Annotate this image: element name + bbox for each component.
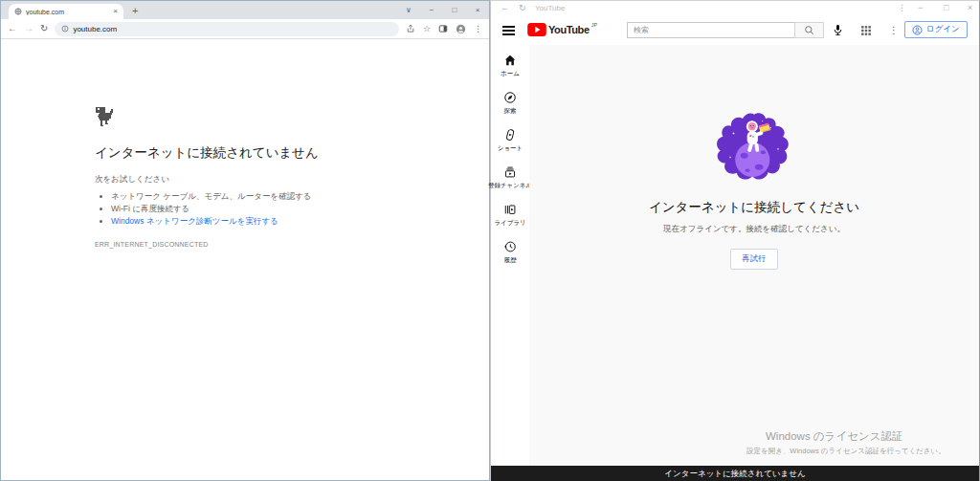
close-button[interactable]: ×: [466, 1, 489, 19]
tab-close-icon[interactable]: ×: [113, 8, 118, 15]
app-maximize-button[interactable]: □: [944, 1, 948, 15]
retry-button[interactable]: 再試行: [730, 249, 778, 270]
sidebar-item-label: ライブラリ: [494, 219, 525, 228]
home-icon: [503, 54, 517, 67]
mini-guide-sidebar: ホーム 探索 ショート: [491, 45, 529, 481]
error-heading: インターネットに接続されていません: [95, 144, 451, 162]
share-icon[interactable]: [406, 24, 415, 33]
compass-icon: [503, 91, 517, 104]
tab-title: youtube.com: [26, 9, 109, 15]
windows-activation-watermark: Windows のライセンス認証 設定を開き、Windows のライセンス認証を…: [746, 429, 946, 456]
sidebar-item-label: ショート: [498, 144, 523, 153]
youtube-masthead: YouTube JP ⋮: [491, 15, 979, 45]
youtube-app-window: ← ↻ YouTube ⋮ − □ × YouTube JP: [490, 0, 980, 481]
sidebar-item-subscriptions[interactable]: 登録チャンネル: [491, 165, 529, 203]
offline-heading: インターネットに接続してください: [649, 199, 859, 216]
browser-toolbar: ← → ↻ youtube.com ☆: [1, 19, 489, 39]
login-button[interactable]: ログイン: [904, 21, 968, 38]
side-panel-icon[interactable]: [438, 24, 448, 33]
astronaut-illustration: [713, 112, 795, 185]
sidebar-item-history[interactable]: 履歴: [491, 240, 529, 277]
reload-button[interactable]: ↻: [40, 24, 48, 33]
suggestion-item: Windows ネットワーク診断ツールを実行する: [111, 215, 451, 228]
maximize-button[interactable]: □: [443, 1, 466, 19]
app-back-icon[interactable]: ←: [501, 1, 509, 15]
tab-youtube[interactable]: youtube.com ×: [9, 4, 123, 19]
masthead-menu-icon[interactable]: ⋮: [889, 15, 899, 45]
sidebar-item-label: 履歴: [504, 256, 517, 265]
app-close-button[interactable]: ×: [968, 1, 972, 15]
browser-menu-icon[interactable]: ⋮: [474, 24, 482, 33]
sidebar-item-label: ホーム: [501, 70, 520, 78]
youtube-logo[interactable]: YouTube JP: [527, 23, 597, 36]
offline-message: 現在オフラインです。接続を確認してください。: [663, 224, 845, 235]
watermark-line1: Windows のライセンス認証: [766, 429, 946, 444]
tab-strip: youtube.com × + ∨ − □ ×: [1, 1, 489, 19]
search-icon: [804, 25, 814, 35]
app-title: YouTube: [535, 1, 565, 15]
search-input[interactable]: [627, 22, 794, 38]
shorts-icon: [503, 128, 517, 142]
login-person-icon: [912, 25, 923, 35]
error-suggestions-title: 次をお試しください: [95, 174, 451, 186]
youtube-region-code: JP: [591, 22, 597, 28]
dino-icon: [95, 107, 451, 129]
profile-avatar-icon[interactable]: [456, 24, 466, 34]
desktop: youtube.com × + ∨ − □ × ← → ↻ youtube.co…: [0, 0, 980, 481]
mic-icon[interactable]: [832, 24, 844, 36]
suggestion-item: ネットワーク ケーブル、モデム、ルーターを確認する: [111, 190, 451, 203]
subscriptions-icon: [503, 165, 517, 179]
globe-icon: [14, 8, 22, 15]
info-icon[interactable]: [61, 25, 69, 33]
app-minimize-button[interactable]: −: [918, 1, 923, 15]
forward-button[interactable]: →: [24, 24, 33, 33]
history-icon: [503, 240, 517, 253]
error-suggestions-list: ネットワーク ケーブル、モデム、ルーターを確認する Wi-Fi に再度接続する …: [111, 190, 451, 228]
login-label: ログイン: [926, 24, 960, 35]
youtube-body: ホーム 探索 ショート: [491, 45, 979, 481]
suggestion-item: Wi-Fi に再度接続する: [111, 203, 451, 215]
search-button[interactable]: [794, 22, 824, 38]
new-tab-button[interactable]: +: [132, 4, 138, 17]
youtube-play-icon: [527, 23, 546, 36]
watermark-line2: 設定を開き、Windows のライセンス認証を行ってください。: [746, 447, 946, 456]
sidebar-item-home[interactable]: ホーム: [491, 54, 529, 91]
offline-page: インターネットに接続してください 現在オフラインです。接続を確認してください。 …: [529, 45, 979, 481]
sidebar-item-label: 探索: [504, 107, 517, 116]
sidebar-item-label: 登録チャンネル: [488, 182, 532, 190]
app-titlebar: ← ↻ YouTube ⋮ − □ ×: [491, 1, 979, 15]
tab-search-chevron-icon[interactable]: ∨: [397, 1, 420, 19]
sidebar-item-explore[interactable]: 探索: [491, 91, 529, 128]
apps-grid-icon[interactable]: [860, 25, 872, 36]
minimize-button[interactable]: −: [420, 1, 443, 19]
bookmark-star-icon[interactable]: ☆: [423, 24, 431, 33]
offline-snackbar: インターネットに接続されていません: [491, 466, 979, 481]
back-button[interactable]: ←: [8, 24, 17, 33]
sidebar-item-library[interactable]: ライブラリ: [491, 203, 529, 240]
address-bar[interactable]: youtube.com: [55, 22, 399, 36]
error-page: インターネットに接続されていません 次をお試しください ネットワーク ケーブル、…: [1, 39, 489, 248]
library-icon: [503, 203, 517, 216]
url-text[interactable]: youtube.com: [73, 25, 117, 33]
app-reload-icon[interactable]: ↻: [519, 1, 526, 15]
window-controls: ∨ − □ ×: [397, 1, 489, 19]
toolbar-actions: ☆ ⋮: [406, 24, 482, 34]
chrome-window: youtube.com × + ∨ − □ × ← → ↻ youtube.co…: [0, 0, 490, 481]
app-menu-icon[interactable]: ⋮: [898, 1, 906, 15]
youtube-wordmark: YouTube: [548, 24, 590, 35]
network-diagnostics-link[interactable]: Windows ネットワーク診断ツールを実行する: [111, 216, 278, 226]
sidebar-item-shorts[interactable]: ショート: [491, 128, 529, 165]
guide-hamburger-icon[interactable]: [502, 26, 515, 38]
error-code: ERR_INTERNET_DISCONNECTED: [95, 241, 451, 248]
